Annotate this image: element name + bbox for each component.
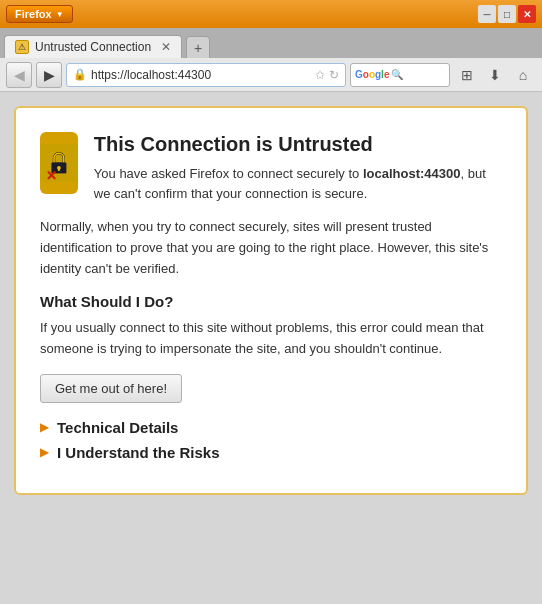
technical-details-header[interactable]: ▶ Technical Details bbox=[40, 419, 502, 436]
error-desc-prefix: You have asked Firefox to connect secure… bbox=[94, 166, 363, 181]
tab-warning-icon: ⚠ bbox=[15, 40, 29, 54]
firefox-label: Firefox bbox=[15, 8, 52, 20]
tab-label: Untrusted Connection bbox=[35, 40, 151, 54]
home-button[interactable]: ⌂ bbox=[510, 62, 536, 88]
back-button[interactable]: ◀ bbox=[6, 62, 32, 88]
understand-risks-section: ▶ I Understand the Risks bbox=[40, 444, 502, 461]
search-bar[interactable]: Google 🔍 bbox=[350, 63, 450, 87]
tabbar: ⚠ Untrusted Connection ✕ + bbox=[0, 28, 542, 58]
titlebar: Firefox ▼ ─ □ ✕ bbox=[0, 0, 542, 28]
lock-icon: 🔒 bbox=[73, 68, 87, 81]
warning-icon bbox=[40, 132, 78, 194]
tab-close-icon[interactable]: ✕ bbox=[161, 40, 171, 54]
toolbar-right: ⊞ ⬇ ⌂ bbox=[454, 62, 536, 88]
window-controls: ─ □ ✕ bbox=[478, 5, 536, 23]
error-desc: You have asked Firefox to connect secure… bbox=[94, 164, 502, 203]
understand-arrow-icon: ▶ bbox=[40, 445, 49, 459]
browser-window: Firefox ▼ ─ □ ✕ ⚠ Untrusted Connection ✕… bbox=[0, 0, 542, 604]
bookmark-star-icon[interactable]: ✩ bbox=[315, 68, 325, 82]
understand-risks-label: I Understand the Risks bbox=[57, 444, 220, 461]
firefox-menu-arrow: ▼ bbox=[56, 10, 64, 19]
error-desc-host: localhost:44300 bbox=[363, 166, 461, 181]
technical-details-section: ▶ Technical Details bbox=[40, 419, 502, 436]
error-header: This Connection is Untrusted You have as… bbox=[40, 132, 502, 203]
error-body1: Normally, when you try to connect secure… bbox=[40, 217, 502, 279]
download-button[interactable]: ⬇ bbox=[482, 62, 508, 88]
close-button[interactable]: ✕ bbox=[518, 5, 536, 23]
google-logo: Google bbox=[355, 69, 389, 80]
active-tab[interactable]: ⚠ Untrusted Connection ✕ bbox=[4, 35, 182, 58]
error-body2: If you usually connect to this site with… bbox=[40, 318, 502, 360]
page-content: This Connection is Untrusted You have as… bbox=[0, 92, 542, 604]
error-header-text: This Connection is Untrusted You have as… bbox=[94, 132, 502, 203]
firefox-logo[interactable]: Firefox ▼ bbox=[6, 5, 73, 23]
new-tab-button[interactable]: + bbox=[186, 36, 210, 58]
toolbar: ◀ ▶ 🔒 https://localhost:44300 ✩ ↻ Google… bbox=[0, 58, 542, 92]
address-text: https://localhost:44300 bbox=[91, 68, 311, 82]
maximize-button[interactable]: □ bbox=[498, 5, 516, 23]
error-title: This Connection is Untrusted bbox=[94, 132, 502, 156]
technical-details-label: Technical Details bbox=[57, 419, 178, 436]
what-should-title: What Should I Do? bbox=[40, 293, 502, 310]
minimize-button[interactable]: ─ bbox=[478, 5, 496, 23]
get-out-button[interactable]: Get me out of here! bbox=[40, 374, 182, 403]
search-icon: 🔍 bbox=[391, 69, 403, 80]
understand-risks-header[interactable]: ▶ I Understand the Risks bbox=[40, 444, 502, 461]
error-box: This Connection is Untrusted You have as… bbox=[14, 106, 528, 495]
forward-button[interactable]: ▶ bbox=[36, 62, 62, 88]
warning-icon-svg bbox=[40, 132, 78, 194]
svg-rect-4 bbox=[58, 168, 60, 171]
address-bar[interactable]: 🔒 https://localhost:44300 ✩ ↻ bbox=[66, 63, 346, 87]
bookmarks-button[interactable]: ⊞ bbox=[454, 62, 480, 88]
technical-arrow-icon: ▶ bbox=[40, 420, 49, 434]
address-reload-icon[interactable]: ↻ bbox=[329, 68, 339, 82]
